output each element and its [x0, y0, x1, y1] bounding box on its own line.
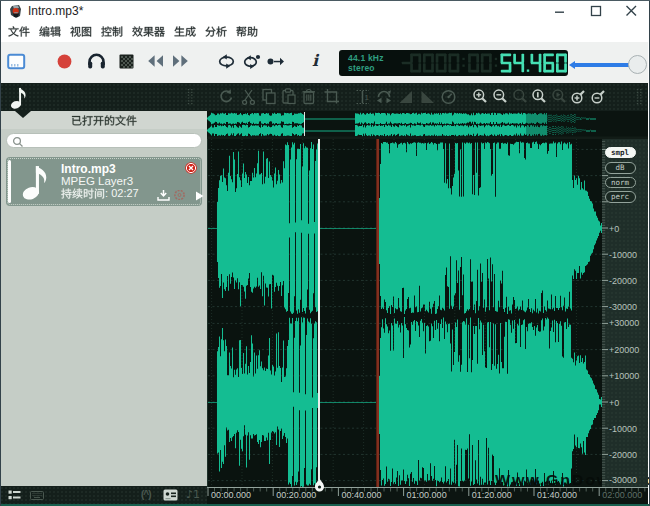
scale-mode-smpl[interactable]: smpl [605, 147, 636, 159]
sidebar-header [1, 111, 207, 129]
timeline-label: 00:00.000 [211, 490, 251, 500]
file-note-icon [21, 163, 52, 200]
scale-mode-norm[interactable]: norm [605, 177, 636, 189]
menu-item-5[interactable] [132, 23, 165, 41]
lcd-sample-rate: 44.1 kHz [348, 53, 384, 63]
waveform-view[interactable] [207, 139, 602, 487]
timeline-ruler[interactable]: 00:00.00000:20.00000:40.00001:00.00001:2… [207, 488, 648, 504]
close-button[interactable] [623, 4, 639, 18]
app-icon [9, 4, 23, 19]
overview-waveform-plot [207, 111, 648, 139]
trim-icon[interactable] [323, 87, 341, 107]
menu-item-3[interactable] [70, 23, 92, 41]
rewind-button[interactable] [146, 53, 165, 69]
timeline-label: 00:20.000 [276, 490, 316, 500]
timeline-label: 01:00.000 [407, 490, 447, 500]
track-number-status-icon[interactable]: ♪1 [186, 488, 200, 501]
sidebar-notch [15, 111, 31, 118]
insert-silence-icon[interactable]: 1 [354, 87, 372, 107]
scale-label: +10000 [609, 371, 639, 381]
file-selected-bar [8, 160, 11, 203]
toolbar-handle[interactable] [186, 88, 194, 106]
file-list-toggle-button[interactable] [8, 86, 31, 109]
menu-bar [0, 21, 648, 42]
playhead-pin[interactable] [313, 478, 326, 493]
zoom-selection-icon[interactable] [511, 87, 529, 107]
vertical-zoom-out-icon[interactable] [590, 87, 608, 107]
timeline-label: 01:40.000 [537, 490, 577, 500]
info-button[interactable]: i [312, 51, 324, 69]
lcd-display: 44.1 kHz stereo [339, 50, 568, 76]
scale-mode-dB[interactable]: dB [605, 162, 636, 174]
scale-label: -10000 [609, 250, 637, 260]
scale-label: -30000 [609, 475, 637, 485]
vertical-zoom-in-icon[interactable] [570, 87, 588, 107]
file-name: Intro.mp3 [61, 162, 116, 176]
menu-item-1[interactable] [8, 23, 30, 41]
zoom-out-icon[interactable] [491, 87, 509, 107]
status-bar: (^) ♪1 [0, 486, 207, 504]
sidebar-file-panel: Intro.mp3 MPEG Layer3 : 02:27 [1, 111, 207, 486]
file-list-item[interactable]: Intro.mp3 MPEG Layer3 : 02:27 [6, 157, 202, 206]
file-play-icon[interactable] [195, 191, 204, 201]
file-list-status-icon[interactable] [8, 490, 21, 501]
toolbar-extension-handle[interactable] [635, 88, 643, 106]
transport-toolbar: i 44.1 kHz stereo [0, 42, 648, 83]
title-bar[interactable]: Intro.mp3* [0, 0, 648, 21]
menu-item-8[interactable] [236, 23, 258, 41]
file-duration: : 02:27 [61, 187, 139, 199]
fast-forward-button[interactable] [171, 53, 190, 69]
search-input[interactable] [6, 133, 202, 148]
burn-cd-icon[interactable] [173, 190, 186, 200]
metadata-card-status-icon[interactable] [163, 489, 178, 501]
monitor-headphones-button[interactable] [87, 52, 106, 70]
fade-out-icon[interactable] [419, 87, 437, 107]
menu-item-2[interactable] [39, 23, 61, 41]
gauge-icon[interactable] [440, 87, 458, 107]
selection-tool-icon[interactable] [7, 53, 26, 71]
playback-cursor[interactable] [318, 139, 320, 480]
scale-label: -20000 [609, 450, 637, 460]
search-icon [12, 136, 24, 148]
stop-button[interactable] [119, 54, 134, 69]
menu-item-7[interactable] [205, 23, 227, 41]
app-window: Intro.mp3* [0, 0, 650, 506]
scale-label: +30000 [609, 318, 639, 328]
zoom-one-icon[interactable] [530, 87, 548, 107]
menu-item-4[interactable] [101, 23, 123, 41]
timeline-label: 02:00.000 [602, 490, 642, 500]
scale-label: +0 [609, 224, 619, 234]
file-download-icon[interactable] [157, 190, 170, 201]
file-close-button[interactable] [185, 162, 197, 174]
join-icon[interactable] [375, 87, 393, 107]
scale-label: -10000 [609, 424, 637, 434]
zoom-playhead-icon[interactable] [550, 87, 568, 107]
timeline-label: 01:20.000 [472, 490, 512, 500]
lcd-time-digits [397, 53, 567, 73]
scale-label: -20000 [609, 276, 637, 286]
selection-marker[interactable] [376, 139, 379, 487]
delete-icon[interactable] [300, 87, 318, 107]
scale-mode-perc[interactable]: perc [605, 191, 636, 203]
minimize-button[interactable] [552, 4, 568, 18]
edit-toolbar: 1 [0, 83, 648, 111]
file-format: MPEG Layer3 [61, 175, 133, 187]
keyboard-status-icon[interactable] [30, 491, 44, 500]
fade-in-icon[interactable] [397, 87, 415, 107]
undo-icon[interactable] [217, 87, 235, 107]
play-from-cursor-button[interactable] [266, 56, 285, 67]
paste-icon[interactable] [280, 87, 298, 107]
copy-icon[interactable] [260, 87, 278, 107]
timeline-label: 00:40.000 [341, 490, 381, 500]
waveform-overview[interactable] [207, 111, 648, 139]
menu-item-6[interactable] [174, 23, 196, 41]
loop-button[interactable] [217, 54, 236, 69]
zoom-in-icon[interactable] [471, 87, 489, 107]
shortcut-status-icon[interactable]: (^) [141, 489, 157, 501]
svg-text:1: 1 [365, 93, 370, 102]
maximize-button[interactable] [588, 4, 604, 18]
record-button[interactable] [57, 54, 72, 69]
volume-slider-handle[interactable] [628, 55, 647, 74]
cut-icon[interactable] [240, 87, 258, 107]
loop-selection-button[interactable] [242, 54, 261, 69]
